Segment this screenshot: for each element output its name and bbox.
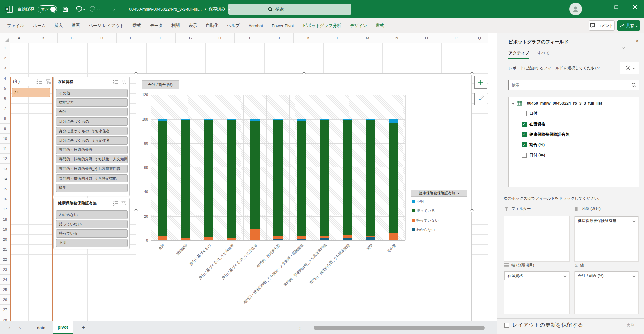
chart-selection-handle[interactable]	[303, 72, 306, 75]
column-header-J[interactable]: J	[264, 33, 294, 43]
multiselect-icon[interactable]	[113, 201, 119, 206]
minimize-button[interactable]	[589, 0, 607, 14]
chart-selection-handle[interactable]	[135, 209, 138, 212]
row-header-1[interactable]: 1	[0, 43, 10, 53]
bar-segment[interactable]	[273, 236, 283, 239]
chart-elements-button[interactable]	[474, 76, 487, 89]
row-header-11[interactable]: 11	[0, 144, 10, 154]
bar-segment[interactable]	[366, 119, 375, 120]
column-header-C[interactable]: C	[58, 33, 87, 43]
bar-segment[interactable]	[343, 235, 352, 238]
slicer-item[interactable]: 不明	[56, 239, 128, 247]
row-header-25[interactable]: 25	[0, 285, 10, 295]
bar-segment[interactable]	[297, 239, 306, 240]
bar-segment[interactable]	[250, 121, 260, 230]
bar-segment[interactable]	[297, 121, 306, 236]
bar-segment[interactable]	[227, 120, 236, 238]
bar-segment[interactable]	[389, 233, 398, 240]
ribbon-tab-7[interactable]: 校閲	[167, 18, 184, 33]
slicer-item[interactable]: 身分に基づくもの_うち定住者	[56, 136, 128, 145]
bar-segment[interactable]	[250, 119, 260, 121]
slicer-item[interactable]: 専門的・技術的分野_うち技術・人文知識・国際業務	[56, 155, 128, 163]
column-header-B[interactable]: B	[28, 33, 58, 43]
chart-selection-handle[interactable]	[471, 72, 474, 75]
ribbon-tab-4[interactable]: ページ レイアウト	[84, 18, 128, 33]
bar-segment[interactable]	[181, 119, 190, 120]
avatar[interactable]	[569, 3, 582, 15]
row-header-5[interactable]: 5	[0, 83, 10, 93]
bar-segment[interactable]	[158, 236, 167, 240]
slicer-item[interactable]: 専門的・技術的分野_うち特定技能	[56, 174, 128, 183]
slicer-item[interactable]: 持っていない	[56, 220, 128, 228]
dropzone-filter[interactable]	[504, 216, 570, 262]
slicer-item[interactable]: 技能実習	[56, 98, 128, 107]
column-header-N[interactable]: N	[382, 33, 412, 43]
column-header-A[interactable]: A	[10, 33, 28, 43]
chart-legend-field-button[interactable]: 健康保険被保険証有無▼	[411, 190, 467, 197]
select-all-corner[interactable]	[0, 33, 10, 43]
ribbon-tab-3[interactable]: 描画	[67, 18, 84, 33]
chart-style-button[interactable]	[474, 93, 487, 105]
bar-segment[interactable]	[250, 240, 260, 240]
row-header-4[interactable]: 4	[0, 73, 10, 83]
year-slicer-item-24[interactable]: 24	[12, 88, 50, 97]
row-header-22[interactable]: 22	[0, 254, 10, 265]
row-header-10[interactable]: 10	[0, 134, 10, 144]
field-row[interactable]: 日付	[522, 109, 537, 118]
bar-segment[interactable]	[204, 119, 213, 120]
bar-segment[interactable]	[320, 238, 329, 240]
bar-segment[interactable]	[320, 119, 329, 235]
ribbon-tab-12[interactable]: Power Pivot	[267, 18, 299, 33]
chart-selection-handle[interactable]	[471, 209, 474, 212]
row-header-20[interactable]: 20	[0, 234, 10, 244]
slicer-item[interactable]: 身分に基づくもの	[56, 117, 128, 126]
sheet-tab-pivot[interactable]: pivot	[53, 321, 73, 334]
new-sheet-button[interactable]: +	[78, 321, 89, 334]
slicer-item[interactable]: 専門的・技術的分野	[56, 146, 128, 154]
horizontal-scrollbar-thumb[interactable]	[314, 326, 485, 330]
row-header-24[interactable]: 24	[0, 275, 10, 285]
bar-segment[interactable]	[158, 119, 167, 121]
sheet-nav-next-icon[interactable]: ›	[15, 321, 25, 334]
ribbon-tab-8[interactable]: 表示	[184, 18, 201, 33]
row-header-3[interactable]: 3	[0, 63, 10, 73]
bar-segment[interactable]	[366, 237, 375, 240]
defer-layout-checkbox[interactable]	[504, 323, 509, 328]
row-header-17[interactable]: 17	[0, 204, 10, 214]
bar-segment[interactable]	[158, 121, 167, 236]
row-header-18[interactable]: 18	[0, 214, 10, 224]
dropzone-item[interactable]: 健康保険被保険証有無	[575, 216, 638, 225]
slicer-item[interactable]: 持っている	[56, 229, 128, 238]
document-title[interactable]: 00450-mhlw-00450224-ro_3-3-full-lis… • 保…	[129, 0, 230, 18]
ribbon-tab-15[interactable]: 書式	[371, 18, 388, 33]
bar-segment[interactable]	[181, 238, 190, 240]
bar-segment[interactable]	[227, 238, 236, 240]
row-header-6[interactable]: 6	[0, 93, 10, 103]
bar-segment[interactable]	[343, 238, 352, 240]
comments-button[interactable]: コメント	[589, 20, 615, 31]
quick-access-customize-icon[interactable]	[112, 0, 115, 18]
field-row[interactable]: ✓健康保険被保険証有無	[522, 130, 570, 139]
field-table-row[interactable]: ⌐_00450_mhlw_00450224_ro_3_3_full_list	[512, 99, 602, 108]
bar-segment[interactable]	[273, 120, 283, 237]
pane-search-box[interactable]: 検索	[508, 80, 639, 90]
row-header-2[interactable]: 2	[0, 53, 10, 63]
slicer-item[interactable]: 合計	[56, 108, 128, 116]
row-header-27[interactable]: 27	[0, 305, 10, 315]
bar-segment[interactable]	[320, 119, 329, 120]
column-header-M[interactable]: M	[353, 33, 382, 43]
field-row[interactable]: 日付 (年)	[522, 151, 545, 159]
row-header-19[interactable]: 19	[0, 224, 10, 234]
pane-tab-active[interactable]: アクティブ	[508, 50, 529, 59]
row-header-12[interactable]: 12	[0, 154, 10, 164]
ribbon-tab-14[interactable]: デザイン	[345, 18, 371, 33]
bar-segment[interactable]	[343, 119, 352, 235]
horizontal-scrollbar[interactable]	[312, 326, 486, 330]
bar-segment[interactable]	[227, 119, 236, 120]
bar-segment[interactable]	[204, 237, 213, 240]
slicer-item[interactable]: わからない	[56, 210, 128, 219]
column-header-O[interactable]: O	[412, 33, 441, 43]
dropzone-item[interactable]: 合計 / 割合 (%)	[575, 271, 638, 280]
save-icon[interactable]	[60, 0, 70, 18]
bar-segment[interactable]	[273, 239, 283, 240]
